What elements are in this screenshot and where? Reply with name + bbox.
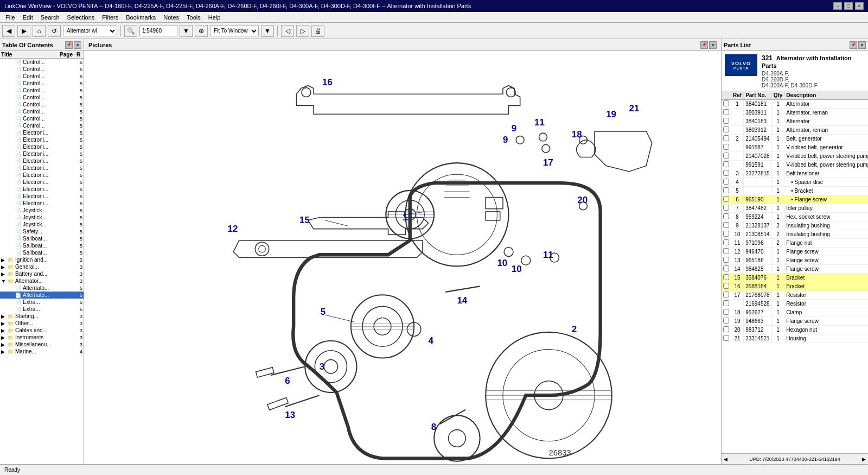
table-row[interactable]: 3232728151Belt tensioner (722, 169, 868, 178)
toc-item[interactable]: ▶📁Ignition and...2 (0, 256, 84, 263)
table-row[interactable]: 9915871V-ribbed belt, generator (722, 143, 868, 152)
toc-item[interactable]: 📄Extra...5 (0, 306, 84, 313)
row-checkbox[interactable] (723, 179, 729, 185)
expander-icon[interactable]: ▶ (1, 271, 8, 277)
row-checkbox[interactable] (723, 239, 729, 245)
table-row[interactable]: 129464701Flange screw (722, 248, 868, 256)
expander-icon[interactable]: ▶ (1, 321, 8, 326)
refresh-button[interactable]: ↺ (48, 25, 61, 37)
table-row[interactable]: 17217680781Resistor (722, 291, 868, 300)
row-checkbox[interactable] (723, 100, 729, 106)
toc-item[interactable]: 📄Control...5 (0, 66, 84, 73)
pictures-pin-button[interactable]: 📌 (700, 41, 708, 49)
footer-scroll-left[interactable]: ◀ (724, 457, 727, 462)
row-checkbox[interactable] (723, 318, 729, 324)
fit-mode-select[interactable]: Fit To Window (210, 26, 259, 36)
toc-item[interactable]: 📄Safety...5 (0, 228, 84, 235)
row-checkbox[interactable] (723, 326, 729, 332)
toc-item[interactable]: 📄Control...5 (0, 94, 84, 101)
table-row[interactable]: 216945281Resistor (722, 300, 868, 308)
toc-item[interactable]: 📄Joystick...5 (0, 221, 84, 228)
table-row[interactable]: 38039111Alternator, reman (722, 109, 868, 117)
expander-icon[interactable]: ▶ (1, 314, 8, 319)
toc-item[interactable]: 📄Joystick...5 (0, 207, 84, 214)
fit-dropdown-button[interactable]: ▼ (261, 25, 274, 37)
table-row[interactable]: 89592241Hex. socket screw (722, 213, 868, 221)
row-checkbox[interactable] (723, 144, 729, 150)
parts-close-button[interactable]: × (858, 41, 866, 49)
toc-close-button[interactable]: × (74, 41, 81, 49)
zoom-value-input[interactable] (139, 26, 177, 36)
table-row[interactable]: 189526271Clamp (722, 308, 868, 317)
table-row[interactable]: 41• Spacer disc (722, 178, 868, 187)
row-checkbox[interactable] (723, 205, 729, 211)
toc-item[interactable]: ▶📁Battery and...3 (0, 270, 84, 277)
table-row[interactable]: 139651861Flange screw (722, 256, 868, 265)
table-row[interactable]: 9213281372Insulating bushing (722, 221, 868, 230)
table-row[interactable]: 38401831Alternator (722, 117, 868, 126)
toc-item[interactable]: 📄Control...5 (0, 122, 84, 129)
maximize-button[interactable]: □ (844, 2, 853, 10)
row-checkbox[interactable] (723, 222, 729, 228)
table-row[interactable]: 214070281V-ribbed belt, power steering p… (722, 152, 868, 161)
row-checkbox[interactable] (723, 257, 729, 263)
toc-item[interactable]: 📄Electroni...5 (0, 186, 84, 193)
diagram-area[interactable]: 16 (84, 51, 721, 464)
row-checkbox[interactable] (723, 274, 729, 280)
toc-item[interactable]: 📄Control...5 (0, 87, 84, 94)
toc-item[interactable]: 📄Sailboat...5 (0, 235, 84, 242)
row-checkbox[interactable] (723, 213, 729, 219)
table-row[interactable]: 10213085142Insulating bushing (722, 230, 868, 239)
prev-page-button[interactable]: ◁ (281, 25, 294, 37)
table-row[interactable]: 209837121Hexagon nut (722, 326, 868, 334)
row-checkbox[interactable] (723, 196, 729, 202)
close-button[interactable]: × (855, 2, 864, 10)
table-row[interactable]: 21233145211Housing (722, 334, 868, 343)
row-checkbox[interactable] (723, 300, 729, 306)
menu-tools[interactable]: Tools (183, 14, 204, 21)
table-row[interactable]: 38039121Alternator, reman (722, 126, 868, 135)
row-checkbox[interactable] (723, 109, 729, 115)
expander-icon[interactable]: ▶ (1, 328, 8, 333)
toc-item[interactable]: 📄Control...5 (0, 73, 84, 80)
table-row[interactable]: 69651901• Flange screw (722, 195, 868, 204)
menu-selections[interactable]: Selections (64, 14, 98, 21)
menu-edit[interactable]: Edit (20, 14, 36, 21)
row-checkbox[interactable] (723, 292, 729, 297)
toc-item[interactable]: 📄Electroni...5 (0, 143, 84, 150)
menu-filters[interactable]: Filters (99, 14, 122, 21)
row-checkbox[interactable] (723, 126, 729, 132)
toc-item[interactable]: 📄Electroni...5 (0, 179, 84, 186)
toc-item[interactable]: 📄Alternato...5 (0, 292, 84, 299)
pictures-close-button[interactable]: × (709, 41, 717, 49)
toc-item[interactable]: 📄Control...5 (0, 80, 84, 87)
nav-select[interactable]: Alternator wi (63, 26, 117, 36)
menu-file[interactable]: File (2, 14, 18, 21)
row-checkbox[interactable] (723, 153, 729, 159)
table-row[interactable]: 119710962Flange nut (722, 239, 868, 248)
toc-item[interactable]: 📄Joystick...5 (0, 214, 84, 221)
toc-item[interactable]: 📄Electroni...5 (0, 150, 84, 157)
menu-notes[interactable]: Notes (160, 14, 182, 21)
zoom-in-button[interactable]: 🔍 (124, 25, 137, 37)
table-row[interactable]: 2214054941Belt, generator (722, 135, 868, 143)
back-button[interactable]: ◀ (2, 25, 15, 37)
toc-item[interactable]: ▶📁Cables and...3 (0, 327, 84, 334)
row-checkbox[interactable] (723, 231, 729, 237)
row-checkbox[interactable] (723, 248, 729, 254)
toc-item[interactable]: ▶📁Marine...4 (0, 348, 84, 355)
expander-icon[interactable]: ▶ (1, 264, 8, 270)
row-checkbox[interactable] (723, 265, 729, 271)
toc-item[interactable]: 📄Control...5 (0, 101, 84, 108)
expander-icon[interactable]: ▶ (1, 257, 8, 263)
toc-item[interactable]: ▶📁General...3 (0, 263, 84, 270)
zoom-icon[interactable]: ⊕ (195, 25, 208, 37)
menu-search[interactable]: Search (37, 14, 63, 21)
parts-pin-button[interactable]: 📌 (850, 41, 857, 49)
row-checkbox[interactable] (723, 283, 729, 289)
expander-icon[interactable]: ▶ (1, 349, 8, 354)
toc-item[interactable]: ▶📁Instruments3 (0, 334, 84, 341)
toc-item[interactable]: ▶📁Other...3 (0, 320, 84, 327)
row-checkbox[interactable] (723, 335, 729, 341)
table-row[interactable]: 1535840761Bracket (722, 274, 868, 282)
